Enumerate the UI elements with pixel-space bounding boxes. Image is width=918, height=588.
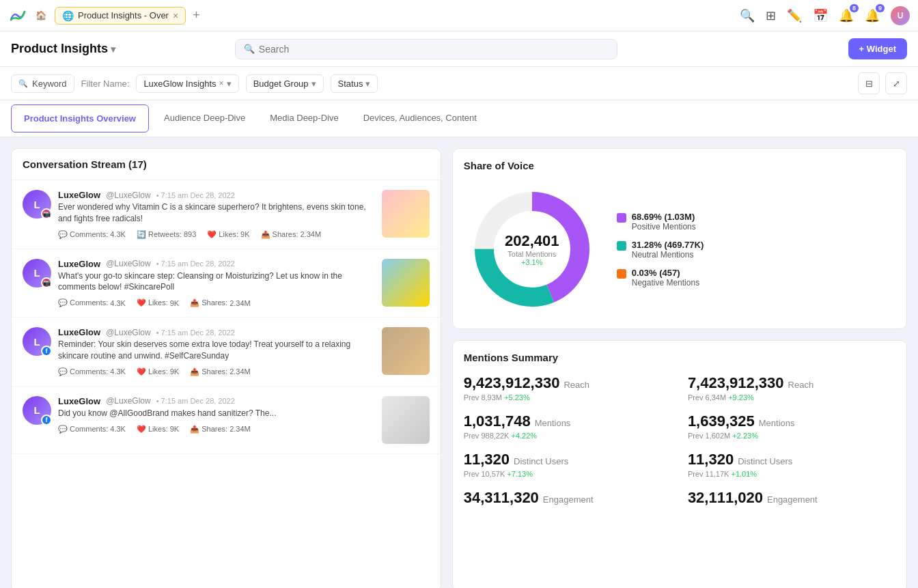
right-panel: Share of Voice xyxy=(452,148,907,588)
conversation-body: LuxeGlow @LuxeGlow • 7:15 am Dec 28, 202… xyxy=(58,259,375,308)
budget-group-filter[interactable]: Budget Group ▾ xyxy=(246,74,324,93)
conversation-top: LuxeGlow @LuxeGlow • 7:15 am Dec 28, 202… xyxy=(58,190,375,200)
status-label: Status xyxy=(338,79,363,89)
calendar-icon[interactable]: 📅 xyxy=(813,8,828,23)
conversation-top: LuxeGlow @LuxeGlow • 7:15 am Dec 28, 202… xyxy=(58,327,375,337)
filter-icon-button[interactable]: ⊟ xyxy=(858,72,880,94)
conversation-image xyxy=(382,259,430,307)
search-icon[interactable]: 🔍 xyxy=(740,8,755,23)
alerts-icon[interactable]: 🔔 9 xyxy=(865,8,880,23)
sov-legend: 68.69% (1.03M) Positive Mentions 31.28% … xyxy=(617,212,704,288)
list-item: L 📷 LuxeGlow @LuxeGlow • 7:15 am Dec 28,… xyxy=(12,249,441,318)
tabs-row: Product Insights Overview Audience Deep-… xyxy=(0,100,918,137)
filter-chip-luxeglow[interactable]: LuxeGlow Insights × ▾ xyxy=(136,74,238,93)
avatar: L 📷 xyxy=(23,259,51,288)
keyword-filter[interactable]: 🔍 Keyword xyxy=(11,74,74,93)
page-title: Product Insights ▾ xyxy=(11,42,115,56)
edit-icon[interactable]: ✏️ xyxy=(787,8,802,23)
chevron-down-icon[interactable]: ▾ xyxy=(311,79,316,89)
expand-icon-button[interactable]: ⤢ xyxy=(885,72,907,94)
metric-users-1: 11,320 Distinct Users Prev 10,57K +7.13% xyxy=(464,451,671,478)
conversation-stats: 💬 Comments: 4.3K 🔄 Retweets: 893 ❤️ Like… xyxy=(58,230,375,239)
conversation-top: LuxeGlow @LuxeGlow • 7:15 am Dec 28, 202… xyxy=(58,396,375,406)
conversation-body: LuxeGlow @LuxeGlow • 7:15 am Dec 28, 202… xyxy=(58,190,375,239)
conversation-body: LuxeGlow @LuxeGlow • 7:15 am Dec 28, 202… xyxy=(58,396,375,434)
sov-title: Share of Voice xyxy=(464,160,895,171)
add-tab-button[interactable]: + xyxy=(193,8,200,23)
tab-globe-icon: 🌐 xyxy=(62,10,74,21)
topbar: 🏠 🌐 Product Insights - Over × + 🔍 ⊞ ✏️ 📅… xyxy=(0,0,918,31)
alerts-badge: 9 xyxy=(876,4,885,12)
metric-users-2: 11,320 Distinct Users Prev 11,17K +1.01% xyxy=(688,451,895,478)
main-content: Conversation Stream (17) L 📷 LuxeGlow @L… xyxy=(0,137,918,588)
filter-chip-remove[interactable]: × xyxy=(219,79,224,88)
metric-mentions-1: 1,031,748 Mentions Prev 988,22K +4.22% xyxy=(464,412,671,440)
share-of-voice-card: Share of Voice xyxy=(452,148,907,329)
list-item: L f LuxeGlow @LuxeGlow • 7:15 am Dec 28,… xyxy=(12,387,441,454)
tab-overview[interactable]: Product Insights Overview xyxy=(11,104,149,132)
notifications-icon[interactable]: 🔔 8 xyxy=(839,8,854,23)
search-input[interactable] xyxy=(259,44,609,55)
filter-name-label: Filter Name: xyxy=(81,79,130,89)
conversation-stats: 💬 Comments: 4.3K ❤️ Likes: 9K 📤 Shares: … xyxy=(58,425,375,434)
tab-media[interactable]: Media Deep-Dive xyxy=(258,104,350,132)
status-filter[interactable]: Status ▾ xyxy=(331,74,378,93)
list-item: L f LuxeGlow @LuxeGlow • 7:15 am Dec 28,… xyxy=(12,318,441,387)
header-row: Product Insights ▾ 🔍 + Widget xyxy=(0,31,918,67)
chevron-down-icon[interactable]: ▾ xyxy=(111,44,115,55)
metric-reach-1: 9,423,912,330 Reach Prev 8,93M +5.23% xyxy=(464,374,671,402)
shares-stat: 📤 Shares: 2.34M xyxy=(261,230,322,239)
sov-content: 202,401 Total Mentions +3.1% 68.69% (1.0… xyxy=(464,181,895,318)
metric-engagement-2: 32,111,020 Engagement xyxy=(688,489,895,507)
total-mentions-label: Total Mentions xyxy=(505,250,559,258)
grid-icon[interactable]: ⊞ xyxy=(766,8,776,23)
chevron-down-icon[interactable]: ▾ xyxy=(365,79,370,89)
conversation-stream-panel: Conversation Stream (17) L 📷 LuxeGlow @L… xyxy=(11,148,441,588)
search-bar: 🔍 xyxy=(235,39,617,59)
conversation-stream-header: Conversation Stream (17) xyxy=(12,149,441,180)
search-icon: 🔍 xyxy=(244,44,255,54)
active-tab[interactable]: 🌐 Product Insights - Over × xyxy=(55,7,186,25)
filter-chip-label: LuxeGlow Insights xyxy=(143,79,216,89)
total-mentions-change: +3.1% xyxy=(505,258,559,266)
neutral-dot xyxy=(617,241,626,251)
user-avatar[interactable]: U xyxy=(891,6,910,25)
chevron-down-icon[interactable]: ▾ xyxy=(227,79,232,89)
tab-title: Product Insights - Over xyxy=(78,10,169,20)
conversation-image xyxy=(382,396,430,444)
mentions-title: Mentions Summary xyxy=(464,352,895,363)
legend-item-positive: 68.69% (1.03M) Positive Mentions xyxy=(617,212,704,232)
legend-item-negative: 0.03% (457) Negative Mentions xyxy=(617,268,704,288)
search-icon: 🔍 xyxy=(18,79,28,88)
conversation-image xyxy=(382,327,430,375)
topbar-icons: 🔍 ⊞ ✏️ 📅 🔔 8 🔔 9 U xyxy=(740,6,910,25)
metric-mentions-2: 1,639,325 Mentions Prev 1,602M +2.23% xyxy=(688,412,895,440)
notifications-badge: 8 xyxy=(850,4,859,12)
positive-dot xyxy=(617,213,626,223)
retweets-stat: 🔄 Retweets: 893 xyxy=(137,230,196,239)
metric-engagement-1: 34,311,320 Engagement xyxy=(464,489,671,507)
likes-stat: ❤️ Likes: 9K xyxy=(207,230,249,239)
tab-devices[interactable]: Devices, Audiences, Content xyxy=(351,104,489,132)
list-item: L 📷 LuxeGlow @LuxeGlow • 7:15 am Dec 28,… xyxy=(12,180,441,249)
app-logo xyxy=(8,6,27,25)
filter-actions: ⊟ ⤢ xyxy=(858,72,907,94)
conversation-stats: 💬 Comments: 4.3K ❤️ Likes: 9K 📤 Shares: … xyxy=(58,367,375,376)
avatar: L 📷 xyxy=(23,190,51,219)
tab-close-button[interactable]: × xyxy=(173,10,178,21)
avatar: L f xyxy=(23,327,51,356)
platform-badge-instagram: 📷 xyxy=(41,208,52,219)
mentions-summary-card: Mentions Summary 9,423,912,330 Reach Pre… xyxy=(452,340,907,588)
mentions-grid: 9,423,912,330 Reach Prev 8,93M +5.23% 7,… xyxy=(464,374,895,507)
tab-audience[interactable]: Audience Deep-Dive xyxy=(152,104,258,132)
home-button[interactable]: 🏠 xyxy=(31,6,51,25)
metric-reach-2: 7,423,912,330 Reach Prev 6,34M +9.23% xyxy=(688,374,895,402)
conversation-stats: 💬 Comments: 4.3K ❤️ Likes: 9K 📤 Shares: … xyxy=(58,298,375,307)
conversation-body: LuxeGlow @LuxeGlow • 7:15 am Dec 28, 202… xyxy=(58,327,375,376)
keyword-label: Keyword xyxy=(32,79,67,89)
legend-item-neutral: 31.28% (469.77K) Neutral Mentions xyxy=(617,240,704,260)
conversation-top: LuxeGlow @LuxeGlow • 7:15 am Dec 28, 202… xyxy=(58,259,375,269)
conversation-image xyxy=(382,190,430,238)
widget-button[interactable]: + Widget xyxy=(848,38,907,59)
filter-row: 🔍 Keyword Filter Name: LuxeGlow Insights… xyxy=(0,67,918,100)
